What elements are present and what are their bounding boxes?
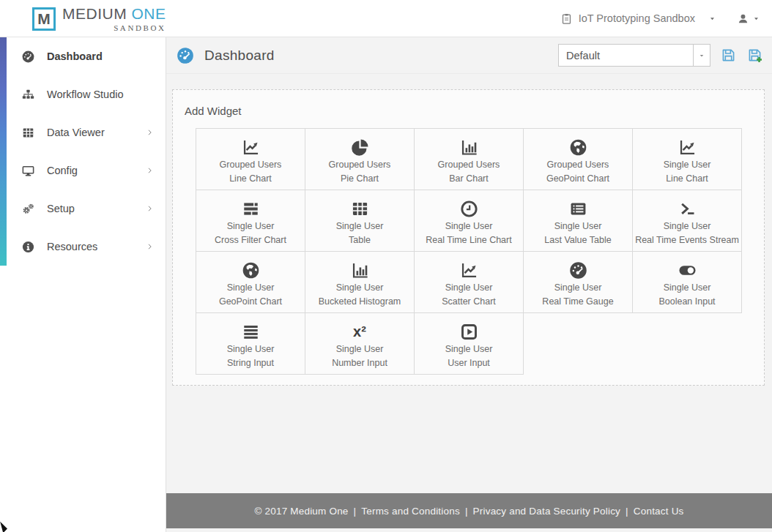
widget-add-grouped-users-line-chart[interactable]: Grouped Users Line Chart <box>196 129 305 190</box>
caret-down-icon <box>752 15 760 23</box>
contact-link[interactable]: Contact Us <box>634 506 684 517</box>
widget-add-single-user-geopoint-chart[interactable]: Single User GeoPoint Chart <box>196 252 305 313</box>
sidebar-item-dashboard[interactable]: Dashboard <box>0 37 166 75</box>
widget-user-type: Single User <box>196 221 305 231</box>
table-icon <box>305 198 414 220</box>
sidebar-item-label: Resources <box>47 241 97 252</box>
sandbox-selector[interactable]: IoT Prototyping Sandbox <box>560 12 716 25</box>
chevron-right-icon <box>146 167 154 175</box>
widget-type: Real Time Line Chart <box>415 235 523 245</box>
top-bar: M MEDIUM ONE SANDBOX IoT Prototyping San… <box>0 0 772 37</box>
privacy-link[interactable]: Privacy and Data Security Policy <box>473 506 620 517</box>
sidebar-item-label: Dashboard <box>47 50 103 62</box>
chevron-right-icon <box>146 129 154 137</box>
widget-type: Number Input <box>305 358 414 368</box>
widget-type: Cross Filter Chart <box>196 235 305 245</box>
widget-add-grouped-users-pie-chart[interactable]: Grouped Users Pie Chart <box>305 129 415 190</box>
widget-add-single-user-scatter-chart[interactable]: Single User Scatter Chart <box>415 252 524 313</box>
widget-add-single-user-boolean-input[interactable]: Single User Boolean Input <box>633 252 742 313</box>
widget-add-single-user-real-time-gauge[interactable]: Single User Real Time Gauge <box>524 252 633 313</box>
dashboard-layout-select[interactable]: Default <box>558 44 710 67</box>
widget-user-type: Single User <box>305 221 414 231</box>
sidebar-item-label: Data Viewer <box>47 127 105 138</box>
sidebar-item-resources[interactable]: Resources <box>0 228 166 266</box>
bar-chart-icon <box>305 259 414 281</box>
line-chart-icon <box>196 136 305 158</box>
widget-type: Boolean Input <box>633 296 741 307</box>
widget-add-grouped-users-geopoint-chart[interactable]: Grouped Users GeoPoint Chart <box>524 129 633 190</box>
page-title: Dashboard <box>204 48 275 64</box>
logo-letter: M <box>37 10 51 28</box>
widget-type: Bar Chart <box>415 173 523 184</box>
select-value: Default <box>559 45 693 66</box>
widget-type: Line Chart <box>196 173 305 184</box>
widget-user-type: Grouped Users <box>196 160 305 170</box>
gears-icon <box>21 202 35 216</box>
separator: | <box>626 506 628 517</box>
user-menu[interactable] <box>737 12 760 25</box>
bottom-strip <box>166 528 772 532</box>
play-square-icon <box>415 321 523 342</box>
footer: © 2017 Medium One | Terms and Conditions… <box>166 493 772 528</box>
widget-add-single-user-cross-filter-chart[interactable]: Single User Cross Filter Chart <box>196 190 305 252</box>
sidebar-item-label: Setup <box>47 203 75 214</box>
add-widget-panel: Add Widget Grouped Users Line Chart Grou… <box>172 89 765 386</box>
widget-user-type: Single User <box>524 282 632 293</box>
widget-type: User Input <box>415 358 523 368</box>
brand-name: MEDIUM ONE <box>62 5 166 23</box>
widget-type: Last Value Table <box>524 235 632 245</box>
line-chart-icon <box>633 136 741 158</box>
sidebar-item-workflow-studio[interactable]: Workflow Studio <box>0 75 166 113</box>
logo-text: MEDIUM ONE SANDBOX <box>62 5 166 32</box>
widget-type: Scatter Chart <box>415 296 523 307</box>
copyright-text: © 2017 Medium One <box>254 506 348 517</box>
widget-add-single-user-string-input[interactable]: Single User String Input <box>196 313 305 375</box>
widget-add-single-user-bucketed-histogram[interactable]: Single User Bucketed Histogram <box>305 252 415 313</box>
widget-grid: Grouped Users Line Chart Grouped Users P… <box>196 128 742 375</box>
terms-link[interactable]: Terms and Conditions <box>361 506 460 517</box>
separator: | <box>354 506 357 517</box>
widget-type: Pie Chart <box>305 173 414 184</box>
widget-user-type: Single User <box>633 160 741 170</box>
widget-add-single-user-number-input[interactable]: x² Single User Number Input <box>305 313 415 375</box>
chevron-right-icon <box>146 243 154 251</box>
widget-add-single-user-table[interactable]: Single User Table <box>305 190 415 252</box>
widget-user-type: Single User <box>633 221 741 231</box>
separator: | <box>465 506 468 517</box>
sandbox-selector-label: IoT Prototyping Sandbox <box>579 12 695 24</box>
clock-icon <box>415 198 523 220</box>
terminal-icon <box>633 198 741 220</box>
widget-type: Bucketed Histogram <box>305 296 414 307</box>
widget-type: GeoPoint Chart <box>196 296 305 307</box>
save-dashboard-as-new-button[interactable] <box>746 47 763 64</box>
widget-add-single-user-line-chart[interactable]: Single User Line Chart <box>633 129 742 190</box>
widget-add-grouped-users-bar-chart[interactable]: Grouped Users Bar Chart <box>415 129 524 190</box>
widget-add-single-user-last-value-table[interactable]: Single User Last Value Table <box>524 190 633 252</box>
sidebar-item-config[interactable]: Config <box>0 151 166 190</box>
caret-down-icon <box>698 52 705 59</box>
select-caret <box>693 45 710 66</box>
globe-icon <box>524 136 632 158</box>
gauge-icon <box>524 259 632 281</box>
header-actions: Default <box>558 44 763 67</box>
toggle-icon <box>633 259 741 281</box>
widget-add-single-user-user-input[interactable]: Single User User Input <box>415 313 524 375</box>
widget-add-single-user-real-time-line-chart[interactable]: Single User Real Time Line Chart <box>415 190 524 252</box>
widget-add-single-user-real-time-events-stream[interactable]: Single User Real Time Events Stream <box>633 190 742 252</box>
bar-chart-icon <box>415 136 523 158</box>
brand-name-primary: MEDIUM <box>62 5 132 22</box>
brand-logo[interactable]: M MEDIUM ONE SANDBOX <box>32 5 166 32</box>
x2-icon: x² <box>305 321 414 342</box>
widget-type: Table <box>305 235 414 245</box>
caret-down-icon <box>708 15 716 23</box>
desktop-icon <box>21 164 35 178</box>
widget-type: String Input <box>196 358 305 368</box>
sidebar-item-data-viewer[interactable]: Data Viewer <box>0 113 166 151</box>
save-dashboard-button[interactable] <box>720 47 737 64</box>
add-widget-title: Add Widget <box>185 105 764 117</box>
gauge-icon <box>21 50 35 64</box>
widget-type: GeoPoint Chart <box>524 173 632 184</box>
widget-user-type: Grouped Users <box>524 160 632 170</box>
sidebar-item-setup[interactable]: Setup <box>0 190 166 228</box>
gauge-icon <box>176 46 195 65</box>
